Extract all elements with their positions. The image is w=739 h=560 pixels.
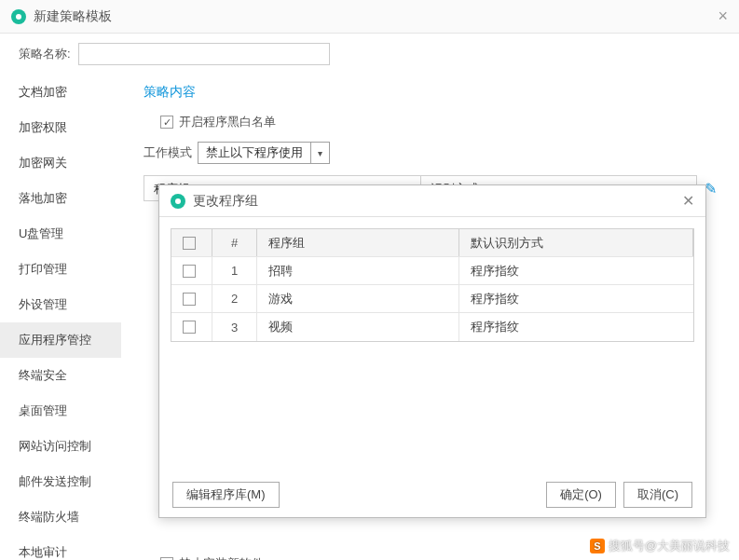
forbid-install-label: 禁止安装新软件 [179, 555, 264, 560]
sidebar-item-13[interactable]: 本地审计 [0, 535, 121, 560]
sidebar-item-4[interactable]: U盘管理 [0, 216, 121, 252]
window-title: 新建策略模板 [34, 8, 112, 25]
select-all-checkbox[interactable] [183, 237, 196, 250]
app-logo-icon [11, 9, 26, 24]
watermark: S 搜狐号@大美丽说科技 [590, 538, 730, 554]
policy-name-row: 策略名称: [0, 34, 739, 75]
col-index: # [212, 229, 257, 256]
sidebar-item-10[interactable]: 网站访问控制 [0, 429, 121, 464]
enable-blacklist-checkbox[interactable]: ✓ [160, 116, 173, 129]
col-name: 程序组 [257, 229, 459, 256]
section-title: 策略内容 [144, 84, 717, 101]
cancel-button[interactable]: 取消(C) [623, 482, 692, 508]
sidebar-item-3[interactable]: 落地加密 [0, 181, 121, 216]
row-name: 招聘 [257, 257, 459, 284]
work-mode-label: 工作模式 [144, 144, 192, 161]
row-name: 游戏 [257, 285, 459, 312]
sidebar-item-1[interactable]: 加密权限 [0, 110, 121, 145]
sidebar-item-6[interactable]: 外设管理 [0, 287, 121, 322]
table-row[interactable]: 2游戏程序指纹 [171, 285, 693, 313]
enable-blacklist-label: 开启程序黑白名单 [179, 114, 276, 130]
ok-button[interactable]: 确定(O) [546, 482, 616, 508]
sidebar-item-5[interactable]: 打印管理 [0, 252, 121, 287]
policy-name-label: 策略名称: [19, 46, 71, 62]
edit-library-button[interactable]: 编辑程序库(M) [172, 482, 280, 508]
program-group-grid: # 程序组 默认识别方式 1招聘程序指纹2游戏程序指纹3视频程序指纹 [171, 228, 694, 342]
policy-name-input[interactable] [78, 43, 330, 65]
row-index: 1 [212, 257, 257, 284]
dialog-footer: 编辑程序库(M) 确定(O) 取消(C) [159, 472, 705, 517]
table-row[interactable]: 1招聘程序指纹 [171, 257, 693, 285]
grid-header-row: # 程序组 默认识别方式 [171, 229, 693, 257]
row-checkbox[interactable] [183, 321, 196, 334]
sidebar-item-7[interactable]: 应用程序管控 [0, 322, 121, 358]
row-name: 视频 [257, 313, 459, 341]
sidebar: 文档加密加密权限加密网关落地加密U盘管理打印管理外设管理应用程序管控终端安全桌面… [0, 75, 121, 558]
row-type: 程序指纹 [459, 285, 693, 312]
sidebar-item-0[interactable]: 文档加密 [0, 75, 121, 110]
dialog-logo-icon [171, 194, 185, 209]
change-program-group-dialog: 更改程序组 ✕ # 程序组 默认识别方式 1招聘程序指纹2游戏程序指纹3视频程序… [158, 184, 706, 518]
sidebar-item-9[interactable]: 桌面管理 [0, 393, 121, 429]
row-index: 3 [212, 313, 257, 341]
chevron-down-icon[interactable]: ▾ [311, 142, 330, 164]
table-row[interactable]: 3视频程序指纹 [171, 313, 693, 341]
sidebar-item-2[interactable]: 加密网关 [0, 145, 121, 181]
dialog-title: 更改程序组 [193, 193, 258, 210]
row-checkbox[interactable] [183, 293, 196, 306]
titlebar: 新建策略模板 × [0, 0, 739, 34]
dialog-header: 更改程序组 ✕ [159, 185, 705, 217]
row-type: 程序指纹 [459, 257, 693, 284]
sidebar-item-11[interactable]: 邮件发送控制 [0, 464, 121, 499]
dialog-close-icon[interactable]: ✕ [682, 192, 694, 210]
sidebar-item-12[interactable]: 终端防火墙 [0, 499, 121, 535]
row-index: 2 [212, 285, 257, 312]
row-type: 程序指纹 [459, 313, 693, 341]
watermark-text: 搜狐号@大美丽说科技 [609, 538, 730, 554]
row-checkbox[interactable] [183, 265, 196, 278]
col-type: 默认识别方式 [459, 229, 693, 256]
sohu-icon: S [590, 539, 605, 553]
sidebar-item-8[interactable]: 终端安全 [0, 358, 121, 393]
close-icon[interactable]: × [718, 7, 728, 26]
work-mode-select[interactable]: 禁止以下程序使用 [198, 142, 311, 164]
